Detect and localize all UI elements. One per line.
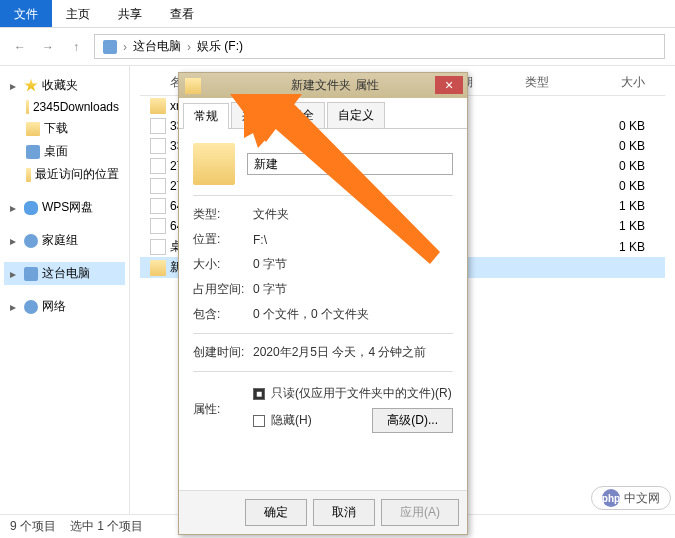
close-button[interactable]: × [435,76,463,94]
folder-big-icon [193,143,235,185]
tab-view[interactable]: 查看 [156,0,208,27]
pc-icon [103,40,117,54]
tab-security[interactable]: 安全 [279,102,325,128]
apply-button[interactable]: 应用(A) [381,499,459,526]
folder-icon [26,100,29,114]
address-bar: ← → ↑ › 这台电脑 › 娱乐 (F:) [0,28,675,66]
nav-up-button[interactable]: ↑ [66,37,86,57]
created-value: 2020年2月5日 今天，4 分钟之前 [253,344,453,361]
breadcrumb[interactable]: › 这台电脑 › 娱乐 (F:) [94,34,665,59]
sidebar-favorites[interactable]: ▸收藏夹 [4,74,125,97]
tab-share[interactable]: 共享 [104,0,156,27]
tab-sharing[interactable]: 共享 [231,102,277,128]
location-label: 位置: [193,231,253,248]
file-icon [150,118,166,134]
dialog-buttons: 确定 取消 应用(A) [179,490,467,534]
file-icon [150,178,166,194]
sidebar-item-label: 家庭组 [42,232,78,249]
sidebar-wps[interactable]: ▸WPS网盘 [4,196,125,219]
file-size: 1 KB [585,199,665,213]
size-label: 大小: [193,256,253,273]
file-size: 1 KB [585,219,665,233]
readonly-label: 只读(仅应用于文件夹中的文件)(R) [271,385,452,402]
status-selected: 选中 1 个项目 [70,518,143,535]
sidebar-item-label: 网络 [42,298,66,315]
folder-name-input[interactable] [247,153,453,175]
contains-value: 0 个文件，0 个文件夹 [253,306,453,323]
folder-icon [185,78,201,94]
php-logo-icon: php [602,489,620,507]
network-icon [24,300,38,314]
ok-button[interactable]: 确定 [245,499,307,526]
recent-icon [26,168,31,182]
file-icon [150,218,166,234]
cancel-button[interactable]: 取消 [313,499,375,526]
homegroup-icon [24,234,38,248]
sidebar-homegroup[interactable]: ▸家庭组 [4,229,125,252]
properties-dialog: 新建文件夹 属性 × 常规 共享 安全 自定义 类型:文件夹 位置:F:\ 大小… [178,72,468,535]
col-type[interactable]: 类型 [525,74,585,91]
dialog-body: 类型:文件夹 位置:F:\ 大小:0 字节 占用空间:0 字节 包含:0 个文件… [179,129,467,490]
sidebar-item-label: 桌面 [44,143,68,160]
file-size: 0 KB [585,139,665,153]
contains-label: 包含: [193,306,253,323]
created-label: 创建时间: [193,344,253,361]
sidebar-item-2345[interactable]: 2345Downloads [4,97,125,117]
sidebar-item-label: WPS网盘 [42,199,93,216]
star-icon [24,79,38,93]
cloud-icon [24,201,38,215]
breadcrumb-drive[interactable]: 娱乐 (F:) [197,38,243,55]
folder-icon [26,122,40,136]
sidebar-item-label: 最近访问的位置 [35,166,119,183]
sidebar-network[interactable]: ▸网络 [4,295,125,318]
chevron-right-icon: › [187,40,191,54]
readonly-checkbox[interactable]: ■只读(仅应用于文件夹中的文件)(R) [253,382,453,405]
ondisk-value: 0 字节 [253,281,453,298]
nav-back-button[interactable]: ← [10,37,30,57]
watermark: php 中文网 [591,486,671,510]
chevron-right-icon: › [123,40,127,54]
nav-fwd-button: → [38,37,58,57]
type-label: 类型: [193,206,253,223]
file-icon [150,138,166,154]
hidden-label: 隐藏(H) [271,412,312,429]
tab-file[interactable]: 文件 [0,0,52,27]
sidebar-item-desktop[interactable]: 桌面 [4,140,125,163]
attributes-label: 属性: [193,401,253,418]
pc-icon [24,267,38,281]
sidebar-item-label: 2345Downloads [33,100,119,114]
type-value: 文件夹 [253,206,453,223]
status-count: 9 个项目 [10,518,56,535]
sidebar-item-label: 收藏夹 [42,77,78,94]
advanced-button[interactable]: 高级(D)... [372,408,453,433]
sidebar: ▸收藏夹 2345Downloads 下载 桌面 最近访问的位置 ▸WPS网盘 … [0,66,130,514]
file-icon [150,158,166,174]
sidebar-item-label: 这台电脑 [42,265,90,282]
ondisk-label: 占用空间: [193,281,253,298]
hidden-checkbox[interactable] [253,415,265,427]
dialog-tabs: 常规 共享 安全 自定义 [179,98,467,129]
col-size[interactable]: 大小 [585,74,665,91]
watermark-text: 中文网 [624,490,660,507]
tab-custom[interactable]: 自定义 [327,102,385,128]
desktop-icon [26,145,40,159]
folder-icon [150,260,166,276]
folder-icon [150,98,166,114]
sidebar-item-downloads[interactable]: 下载 [4,117,125,140]
dialog-titlebar[interactable]: 新建文件夹 属性 × [179,73,467,98]
tab-home[interactable]: 主页 [52,0,104,27]
sidebar-item-recent[interactable]: 最近访问的位置 [4,163,125,186]
tab-general[interactable]: 常规 [183,103,229,129]
breadcrumb-pc[interactable]: 这台电脑 [133,38,181,55]
checkbox-icon: ■ [253,388,265,400]
file-size: 0 KB [585,119,665,133]
sidebar-item-label: 下载 [44,120,68,137]
file-size: 1 KB [585,240,665,254]
file-size: 0 KB [585,179,665,193]
location-value: F:\ [253,233,453,247]
sidebar-thispc[interactable]: ▸这台电脑 [4,262,125,285]
dialog-title: 新建文件夹 属性 [209,77,461,94]
ribbon-tabs: 文件 主页 共享 查看 [0,0,675,28]
file-size: 0 KB [585,159,665,173]
file-icon [150,239,166,255]
